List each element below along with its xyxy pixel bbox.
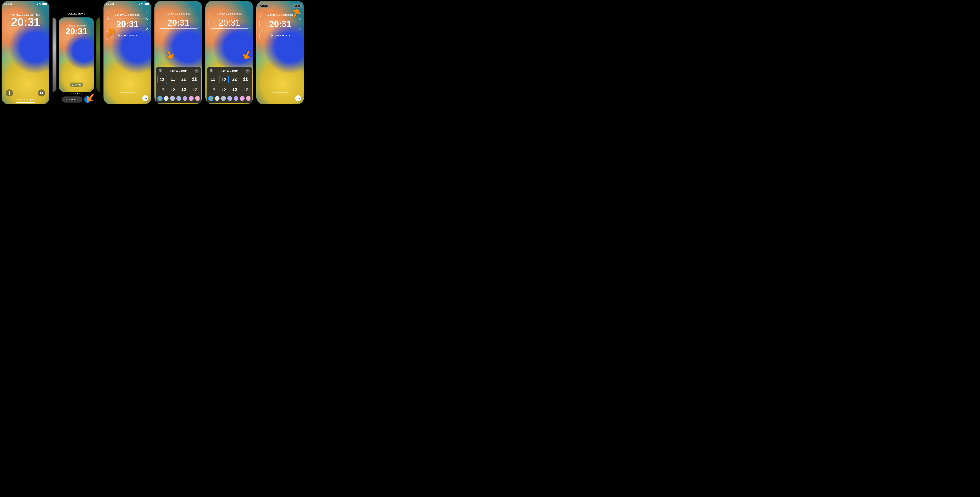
font-option-8[interactable]: 12 — [241, 86, 251, 94]
color-swatch-6[interactable] — [246, 96, 250, 101]
date-widget-slot[interactable]: Monday 12 September — [208, 11, 250, 16]
color-swatch-0[interactable] — [158, 96, 162, 101]
font-option-4[interactable]: 12 — [190, 75, 200, 83]
plus-circle-icon — [118, 34, 120, 37]
sheet-title: Font & Colour — [221, 69, 238, 72]
camera-icon — [40, 92, 43, 94]
font-grid: 12 12 12 12 12 12 12 12 — [157, 75, 199, 94]
color-swatch-5[interactable] — [189, 96, 194, 101]
color-swatch-4[interactable] — [183, 96, 188, 101]
color-swatch-2[interactable] — [170, 96, 175, 101]
color-swatch-5[interactable] — [240, 96, 245, 101]
sheet-close-button[interactable] — [245, 68, 250, 73]
font-option-6[interactable]: 12 — [168, 86, 178, 94]
link-icon — [72, 84, 74, 86]
signal-icon — [36, 3, 38, 5]
cancel-button[interactable]: Cancel — [258, 3, 270, 8]
globe-icon — [159, 69, 162, 72]
font-option-5[interactable]: 12 — [157, 86, 167, 94]
status-bar: plusnet — [106, 3, 149, 5]
wifi-icon — [141, 3, 143, 5]
font-option-7[interactable]: 12 — [179, 86, 189, 94]
torch-button[interactable] — [6, 89, 13, 96]
time-widget-slot[interactable]: 20:31 — [208, 17, 250, 29]
screen-edit-done: Cancel Done Monday 12 September 20:31 AD… — [256, 1, 304, 104]
font-option-2[interactable]: 12 — [219, 75, 229, 84]
signal-icon — [138, 3, 140, 5]
time-widget-slot[interactable]: 20:31 — [259, 18, 301, 30]
screen-lock: plusnet Monday 12 September 20:31 Swipe … — [2, 1, 49, 104]
font-option-1[interactable]: 12 — [157, 75, 167, 84]
add-wallpaper-button[interactable]: + — [84, 96, 91, 103]
font-option-3[interactable]: 12 — [230, 75, 240, 83]
collections-label: COLLECTIONS — [52, 1, 100, 15]
status-icons — [36, 3, 47, 5]
color-swatch-0[interactable] — [208, 96, 213, 101]
sheet-title: Font & Colour — [170, 69, 187, 72]
wifi-icon — [39, 3, 41, 5]
close-icon — [247, 70, 248, 72]
time-widget-slot[interactable]: 20:31 — [158, 17, 199, 29]
plus-circle-icon — [270, 34, 273, 37]
date-widget-slot[interactable]: Monday 12 September — [107, 12, 148, 17]
font-grid: 12 12 12 12 12 12 12 12 — [208, 75, 250, 94]
preview-time: 20:31 — [59, 27, 94, 36]
page-bar — [272, 92, 288, 92]
color-swatch-3[interactable] — [228, 96, 232, 101]
font-option-4[interactable]: 12 — [241, 75, 251, 83]
font-option-6[interactable]: 12 — [219, 86, 229, 94]
focus-button[interactable]: Focus — [70, 83, 83, 87]
status-bar: plusnet — [4, 3, 47, 5]
page-indicator — [52, 93, 100, 94]
color-swatch-4[interactable] — [234, 96, 238, 101]
screen-font-colour-2: Monday 12 September 20:31 Font & Colour … — [205, 1, 253, 104]
swipe-hint: Swipe up to open — [2, 99, 49, 101]
add-widgets-slot[interactable]: ADD WIDGETS — [107, 30, 148, 40]
add-widgets-slot[interactable]: ADD WIDGETS — [259, 30, 301, 40]
color-row — [157, 96, 199, 101]
font-colour-sheet: Font & Colour 12 12 12 12 12 12 12 12 — [207, 67, 252, 103]
screen-font-colour-1: Monday 12 September 20:31 Font & Colour … — [154, 1, 202, 104]
lock-time: 20:31 — [2, 15, 49, 29]
color-swatch-1[interactable] — [215, 96, 220, 101]
add-widgets-label: ADD WIDGETS — [121, 34, 137, 37]
font-option-1[interactable]: 12 — [208, 75, 218, 83]
screen-edit-time-selected: plusnet Monday 12 September 20:31 ADD WI… — [103, 1, 151, 104]
color-swatch-1[interactable] — [164, 96, 169, 101]
next-wallpaper-peek[interactable] — [96, 18, 100, 92]
customise-button[interactable]: Customise — [62, 96, 82, 102]
time-widget-slot-selected[interactable]: 20:31 — [107, 18, 148, 30]
font-option-2[interactable]: 12 — [168, 75, 178, 83]
home-indicator[interactable] — [16, 102, 35, 103]
sheet-close-button[interactable] — [194, 68, 199, 73]
font-option-5[interactable]: 12 — [208, 86, 218, 94]
add-widgets-label: ADD WIDGETS — [274, 34, 290, 37]
prev-wallpaper-peek[interactable] — [52, 18, 56, 92]
carrier-label: plusnet — [106, 3, 114, 5]
font-option-8[interactable]: 12 — [190, 86, 200, 94]
battery-icon — [144, 3, 149, 5]
font-option-3[interactable]: 12 — [179, 75, 189, 83]
font-colour-sheet: Font & Colour 12 12 12 12 12 12 12 12 — [156, 67, 201, 103]
color-swatch-6[interactable] — [195, 96, 199, 101]
battery-icon — [42, 3, 47, 5]
wallpaper-preview[interactable]: Monday 12 September 20:31 Focus — [59, 18, 94, 92]
color-swatch-3[interactable] — [177, 96, 181, 101]
date-widget-slot[interactable]: Monday 12 September — [158, 11, 199, 16]
edit-topbar: Cancel Done — [258, 3, 302, 8]
more-button[interactable] — [295, 95, 301, 101]
flashlight-icon — [8, 91, 11, 95]
globe-button[interactable] — [209, 68, 213, 73]
date-widget-slot[interactable]: Monday 12 September — [259, 12, 301, 17]
done-button[interactable]: Done — [293, 3, 302, 8]
close-icon — [196, 70, 197, 72]
font-option-7[interactable]: 12 — [230, 86, 240, 94]
globe-button[interactable] — [158, 68, 162, 73]
focus-label: Focus — [75, 83, 81, 86]
globe-icon — [210, 69, 213, 72]
carrier-label: plusnet — [4, 3, 12, 5]
more-button[interactable] — [142, 95, 148, 101]
camera-button[interactable] — [38, 89, 45, 96]
color-swatch-2[interactable] — [221, 96, 226, 101]
color-row — [208, 96, 250, 101]
